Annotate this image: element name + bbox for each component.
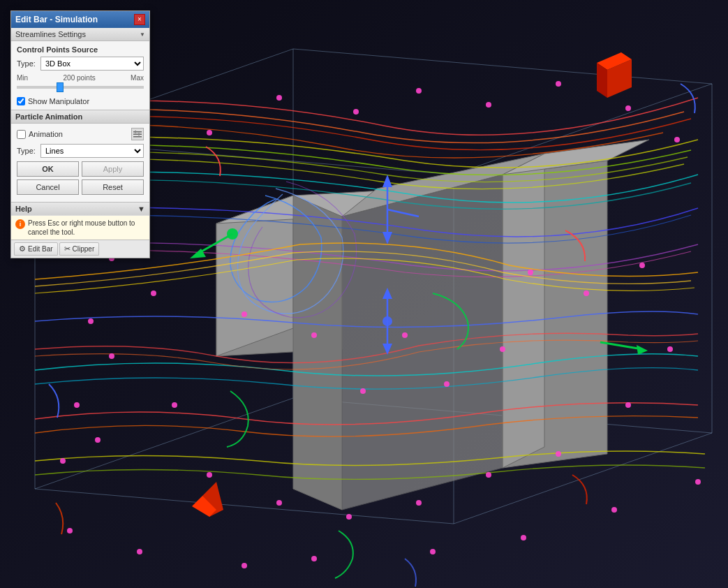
cancel-reset-row: Cancel Reset [17, 179, 144, 195]
slider-max-label: Max [131, 74, 144, 82]
particle-animation-divider: Particle Animation [11, 110, 149, 124]
svg-point-26 [625, 105, 631, 111]
help-label: Help [15, 205, 32, 213]
svg-point-28 [242, 311, 247, 317]
svg-point-34 [528, 270, 533, 275]
streamlines-settings-label: Streamlines Settings [15, 30, 86, 38]
svg-point-16 [109, 353, 114, 359]
svg-point-53 [430, 549, 436, 554]
svg-point-48 [667, 346, 673, 352]
svg-point-36 [639, 263, 645, 268]
svg-point-42 [276, 500, 282, 506]
svg-point-35 [584, 291, 589, 296]
animation-type-select[interactable]: Lines Ribbons Tubes Points [40, 144, 144, 158]
svg-point-51 [242, 563, 247, 568]
svg-point-54 [521, 535, 526, 541]
svg-point-15 [151, 291, 156, 296]
svg-rect-77 [133, 131, 142, 133]
animation-row: Animation [17, 128, 144, 140]
close-button[interactable]: × [134, 14, 145, 25]
animation-checkbox[interactable] [17, 130, 26, 139]
svg-point-44 [416, 500, 422, 506]
svg-point-43 [346, 514, 352, 520]
svg-point-49 [67, 528, 73, 534]
animation-type-label: Type: [17, 147, 38, 155]
panel-body: Control Points Source Type: 3D Box 2D Pl… [11, 41, 149, 202]
svg-point-27 [674, 137, 680, 142]
type-select[interactable]: 3D Box 2D Plane 1D Line Point [40, 57, 144, 71]
svg-point-22 [353, 109, 359, 115]
svg-point-25 [556, 81, 561, 87]
cancel-button[interactable]: Cancel [17, 179, 79, 195]
control-points-label: Control Points Source [17, 45, 144, 54]
ok-apply-row: OK Apply [17, 161, 144, 177]
svg-point-31 [402, 332, 408, 338]
svg-point-41 [207, 472, 212, 478]
edit-bar-icon: ⚙ [19, 244, 26, 253]
svg-point-24 [486, 102, 491, 108]
show-manipulator-checkbox[interactable] [17, 97, 25, 105]
panel-titlebar: Edit Bar - Simulation × [11, 11, 149, 28]
svg-rect-79 [133, 136, 142, 138]
type-label: Type: [17, 59, 38, 68]
svg-point-18 [172, 402, 177, 408]
edit-bar-tab-label: Edit Bar [28, 245, 53, 253]
svg-point-38 [74, 402, 80, 408]
svg-point-32 [444, 381, 450, 387]
svg-rect-81 [138, 133, 140, 136]
clipper-icon: ✂ [64, 244, 70, 253]
edit-bar-tab[interactable]: ⚙ Edit Bar [14, 242, 58, 256]
apply-button[interactable]: Apply [82, 161, 144, 177]
info-icon: i [15, 219, 25, 229]
edit-bar-panel: Edit Bar - Simulation × Streamlines Sett… [10, 10, 150, 258]
panel-title: Edit Bar - Simulation [15, 15, 98, 24]
svg-point-21 [276, 95, 282, 101]
svg-point-55 [611, 507, 617, 513]
slider-track [17, 82, 144, 93]
clipper-tab-label: Clipper [73, 245, 95, 253]
svg-point-56 [695, 479, 701, 485]
svg-point-39 [88, 318, 94, 324]
svg-point-46 [556, 451, 561, 457]
animation-label: Animation [29, 130, 63, 138]
bottom-tabs: ⚙ Edit Bar ✂ Clipper [11, 240, 149, 258]
chevron-down-icon: ▼ [140, 31, 145, 38]
svg-rect-80 [135, 131, 136, 133]
svg-point-33 [500, 346, 505, 352]
particle-animation-label: Particle Animation [15, 112, 82, 121]
svg-point-20 [207, 130, 212, 135]
config-icon[interactable] [131, 128, 144, 140]
svg-point-17 [95, 437, 101, 443]
show-manipulator-row: Show Manipulator [17, 97, 144, 105]
ok-button[interactable]: OK [17, 161, 79, 177]
slider-min-label: Min [17, 74, 28, 82]
svg-point-29 [311, 332, 317, 338]
help-chevron-icon: ▼ [138, 205, 145, 213]
show-manipulator-label: Show Manipulator [28, 97, 89, 105]
slider-center-label: 200 points [64, 74, 96, 82]
svg-point-52 [311, 556, 317, 561]
points-slider-row: Min 200 points Max [17, 74, 144, 93]
svg-rect-78 [133, 134, 142, 135]
streamlines-settings-header[interactable]: Streamlines Settings ▼ [11, 28, 149, 41]
svg-point-45 [486, 472, 491, 478]
clipper-tab[interactable]: ✂ Clipper [59, 242, 100, 256]
help-message: Press Esc or right mouse button to cance… [28, 219, 145, 237]
points-slider[interactable] [17, 86, 144, 89]
type-row: Type: 3D Box 2D Plane 1D Line Point [17, 57, 144, 71]
animation-type-row: Type: Lines Ribbons Tubes Points [17, 144, 144, 158]
reset-button[interactable]: Reset [82, 179, 144, 195]
svg-point-50 [137, 549, 142, 554]
svg-point-23 [416, 88, 422, 94]
svg-point-30 [360, 388, 366, 394]
help-body: i Press Esc or right mouse button to can… [11, 215, 149, 240]
help-section-header[interactable]: Help ▼ [11, 202, 149, 215]
svg-point-37 [60, 458, 66, 464]
svg-point-47 [625, 402, 631, 408]
